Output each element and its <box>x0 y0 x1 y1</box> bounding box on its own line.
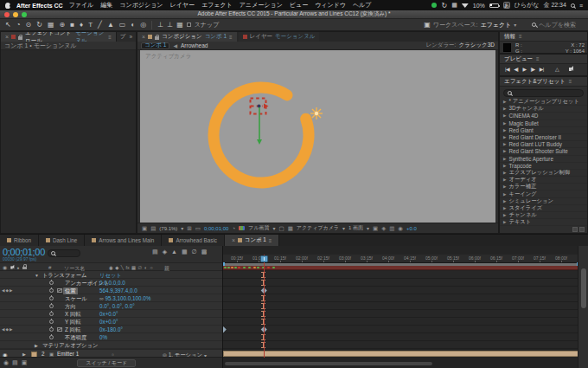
effects-category[interactable]: ▶CINEMA 4D <box>500 113 587 119</box>
tool-icon-2[interactable]: ⊙ <box>26 22 32 29</box>
transport-button-4[interactable]: ▶| <box>540 66 544 72</box>
graph-row-アンカーポイント[interactable] <box>223 279 578 287</box>
input-mode-label[interactable]: ひらがな <box>514 1 540 10</box>
effects-switch-icon[interactable]: ☼ <box>111 352 115 357</box>
speaker-icon[interactable] <box>569 68 572 71</box>
tool-icon-4[interactable]: ▦ <box>48 22 54 29</box>
timeline-search-field[interactable] <box>48 249 80 257</box>
timeline-tab-Arrows and Lines Main[interactable]: Arrows and Lines Main <box>85 235 162 246</box>
vertical-scrollbar[interactable] <box>581 268 586 308</box>
panel-menu-icon[interactable]: ≡ <box>229 35 233 40</box>
panel-menu-icon[interactable]: ≡ <box>536 56 540 61</box>
property-value[interactable]: 0% <box>99 334 107 340</box>
stopwatch-icon[interactable] <box>49 327 54 332</box>
status-green-icon[interactable] <box>431 3 437 8</box>
property-value[interactable]: ∞95.3,100.0,100.0% <box>99 295 150 301</box>
twirl-right-icon[interactable]: ▶ <box>503 157 506 161</box>
mask-toggle-icon[interactable]: ▭ <box>195 225 201 232</box>
tool-icon-3[interactable]: ↻ <box>36 22 42 29</box>
tool-icon-1[interactable]: ◔ <box>16 22 21 29</box>
timeline-tab-Ribbon[interactable]: Ribbon <box>0 235 39 246</box>
property-row-アンカーポイント[interactable]: アンカーポイント0.0,0.0,0.0 <box>0 279 222 287</box>
current-comp-chip[interactable]: コンポ 1 <box>141 42 169 49</box>
timeline-button-icon-1[interactable]: ◈ <box>163 249 167 255</box>
wifi-icon[interactable] <box>462 3 469 8</box>
property-value[interactable]: 0x+0.0° <box>99 311 118 317</box>
property-row-方向[interactable]: 方向0.0°, 0.0°, 0.0° <box>0 302 222 310</box>
fast-previews-icon[interactable]: ◈ <box>381 225 386 232</box>
layer-name[interactable]: Emitter 1 <box>57 351 79 357</box>
transparency-grid-icon[interactable]: ▦ <box>288 225 293 232</box>
emitter-layer-bar[interactable] <box>223 351 578 357</box>
effects-category[interactable]: ▶Red Giant <box>500 127 587 134</box>
graph-editor-icon[interactable] <box>57 288 62 293</box>
pixel-aspect-icon[interactable]: ▣ <box>373 225 378 232</box>
parent-comp-name[interactable]: Arrowhead <box>181 42 208 48</box>
stopwatch-icon[interactable] <box>49 335 54 339</box>
timeline-graph-pane[interactable]: 00:00f00:15f01:00f01:15f02:00f02:15f03:0… <box>222 246 588 368</box>
notification-center-icon[interactable]: ≡ <box>579 3 583 9</box>
always-preview-icon[interactable]: ▣ <box>142 225 147 232</box>
twirl-right-icon[interactable]: ▶ <box>503 149 506 153</box>
property-row-不透明度[interactable]: 不透明度0% <box>0 333 222 341</box>
twirl-right-icon[interactable]: ▶ <box>503 213 506 217</box>
keyframe-navigator[interactable]: ◀◆▶ <box>2 288 13 293</box>
tool-icon-13[interactable]: ◎ <box>140 22 146 29</box>
info-panel-header[interactable]: 情報 ≡ <box>500 32 587 42</box>
property-value[interactable]: 0x+0.0° <box>99 319 118 325</box>
transport-button-3[interactable]: |▶ <box>531 66 535 72</box>
tab-project-truncated[interactable]: プ » <box>116 32 136 42</box>
spotlight-icon[interactable] <box>571 3 575 8</box>
null-layer-bar[interactable] <box>223 266 582 270</box>
twirl-right-icon[interactable]: ▶ <box>503 107 506 111</box>
stopwatch-icon[interactable] <box>49 312 54 316</box>
transport-button-0[interactable]: |◀ <box>505 66 509 72</box>
effects-category[interactable]: ▶Red Giant Denoiser II <box>500 134 587 141</box>
property-value[interactable]: 0.0°, 0.0°, 0.0° <box>99 303 135 309</box>
stopwatch-icon[interactable] <box>49 296 54 300</box>
tool-icon-0[interactable]: ↖ <box>5 22 11 29</box>
twirl-right-icon[interactable]: ▶ <box>503 164 506 168</box>
flowchart-arrow-icon[interactable]: ◀ <box>173 42 177 48</box>
twirl-right-icon[interactable]: ▶ <box>503 178 506 182</box>
property-row-位置[interactable]: ◀◆▶位置564.9,397.4,0.0 <box>0 287 222 294</box>
twirl-right-icon[interactable]: ▶ <box>503 135 506 139</box>
axis-mode-icon-2[interactable]: ▦ <box>176 22 183 29</box>
expand-icon[interactable]: ◉ <box>3 359 9 366</box>
close-icon[interactable]: × <box>5 34 9 40</box>
menu-コンポジション[interactable]: コンポジション <box>119 1 163 10</box>
close-icon[interactable]: × <box>142 34 145 40</box>
graph-row-スケール[interactable] <box>223 294 578 302</box>
menu-ファイル[interactable]: ファイル <box>69 1 94 10</box>
stopwatch-icon[interactable] <box>49 281 54 285</box>
new-preset-icon[interactable] <box>579 227 585 232</box>
property-row-マテリアルオプション[interactable]: ▶マテリアルオプション <box>0 341 222 349</box>
graph-row-マテリアルオプション[interactable] <box>223 341 578 349</box>
zoom-window-button[interactable] <box>22 12 27 17</box>
effects-category[interactable]: ▶Red Giant Shooter Suite <box>500 148 587 155</box>
preview-panel-header[interactable]: プレビュー ≡ <box>500 55 587 64</box>
switch-column-icon-5[interactable]: ∅ <box>138 265 143 270</box>
menu-ウィンドウ[interactable]: ウィンドウ <box>315 1 346 10</box>
twirl-right-icon[interactable]: ▶ <box>503 199 506 203</box>
resolution-popup[interactable]: フル画質 <box>248 224 269 232</box>
workspace-switcher[interactable]: ▣ ワークスペース: エフェクト <box>424 21 516 29</box>
effects-panel-header[interactable]: エフェクト&プリセット ≡ <box>500 77 587 87</box>
null-object-selection[interactable] <box>251 99 269 145</box>
axis-mode-icon-0[interactable]: ⊥ <box>157 22 163 29</box>
tool-icon-5[interactable]: ⊕ <box>60 22 66 29</box>
timeline-button-icon[interactable]: ▥ <box>389 225 394 232</box>
axis-mode-icon-1[interactable]: ⊥ <box>167 22 173 29</box>
switch-column-icon-3[interactable]: fx <box>125 265 129 270</box>
close-window-button[interactable] <box>4 12 10 17</box>
new-folder-icon[interactable] <box>572 227 578 232</box>
sync-icon[interactable]: ↻ <box>441 2 447 10</box>
magnification-popup[interactable]: (79.1%) <box>159 226 177 231</box>
twirl-right-icon[interactable]: ▶ <box>503 100 506 104</box>
lock-icon[interactable] <box>18 36 22 40</box>
property-row-トランスフォーム[interactable]: ▼トランスフォームリセット <box>0 271 222 279</box>
tool-icon-12[interactable]: ◐ <box>131 22 135 29</box>
menu-レイヤー[interactable]: レイヤー <box>170 1 195 10</box>
exposure-value[interactable]: +0.0 <box>406 226 417 231</box>
transport-button-2[interactable]: ▶ <box>522 66 526 72</box>
